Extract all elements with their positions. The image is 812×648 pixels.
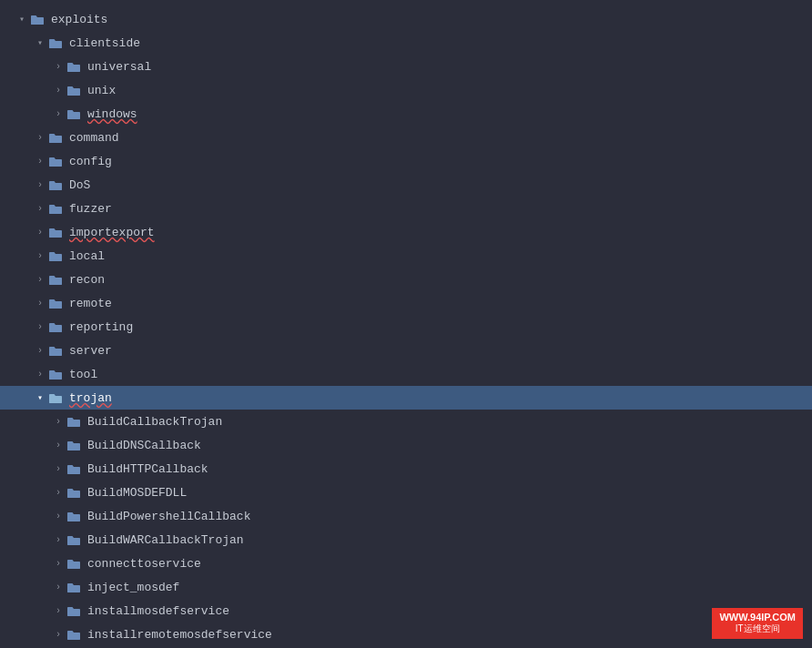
- chevron-icon[interactable]: [51, 438, 66, 452]
- folder-icon: [66, 462, 82, 475]
- tree-item-trojan[interactable]: trojan: [0, 386, 812, 410]
- item-label: BuildWARCallbackTrojan: [87, 533, 244, 547]
- item-label: fuzzer: [69, 202, 112, 216]
- chevron-icon[interactable]: [51, 59, 66, 74]
- tree-item-universal[interactable]: universal: [0, 55, 812, 78]
- chevron-icon[interactable]: [51, 414, 66, 429]
- folder-icon: [47, 344, 64, 357]
- tree-item-windows[interactable]: windows: [0, 102, 812, 126]
- item-label: inject_mosdef: [87, 581, 179, 594]
- item-label: local: [69, 249, 105, 263]
- tree-item-installmosdefservice[interactable]: installmosdefservice: [0, 599, 812, 623]
- chevron-icon[interactable]: [33, 177, 47, 192]
- watermark-url: WWW.94IP.COM: [719, 612, 796, 623]
- tree-item-local[interactable]: local: [0, 244, 812, 268]
- tree-item-BuildCallbackTrojan[interactable]: BuildCallbackTrojan: [0, 410, 812, 433]
- chevron-icon[interactable]: [51, 532, 66, 547]
- chevron-icon[interactable]: [51, 580, 66, 594]
- tree-item-connecttoservice[interactable]: connecttoservice: [0, 552, 812, 575]
- chevron-icon[interactable]: [33, 154, 47, 168]
- chevron-icon[interactable]: [15, 12, 29, 26]
- tree-item-BuildHTTPCallback[interactable]: BuildHTTPCallback: [0, 457, 812, 481]
- folder-icon: [66, 604, 82, 617]
- item-label: BuildCallbackTrojan: [87, 415, 222, 429]
- item-label: BuildDNSCallback: [87, 439, 201, 452]
- folder-icon: [47, 320, 64, 333]
- chevron-icon[interactable]: [51, 509, 66, 523]
- chevron-icon[interactable]: [33, 390, 47, 405]
- chevron-icon[interactable]: [51, 556, 66, 571]
- folder-icon: [66, 439, 82, 451]
- item-label: exploits: [51, 13, 107, 26]
- item-label: recon: [69, 273, 105, 287]
- item-label: BuildPowershellCallback: [87, 510, 250, 523]
- folder-icon: [66, 486, 82, 499]
- folder-icon: [47, 131, 64, 144]
- item-label: tool: [69, 368, 97, 381]
- chevron-icon[interactable]: [33, 343, 47, 358]
- folder-icon: [47, 391, 64, 404]
- item-label: windows: [87, 107, 137, 121]
- item-label: BuildHTTPCallback: [87, 462, 208, 476]
- chevron-icon[interactable]: [33, 367, 47, 381]
- chevron-icon[interactable]: [33, 272, 47, 287]
- chevron-icon[interactable]: [51, 627, 66, 642]
- watermark: WWW.94IP.COM IT运维空间: [712, 608, 803, 639]
- chevron-icon[interactable]: [33, 296, 47, 310]
- tree-item-BuildPowershellCallback[interactable]: BuildPowershellCallback: [0, 504, 812, 528]
- folder-icon: [66, 60, 82, 73]
- folder-icon: [66, 581, 82, 593]
- tree-item-BuildMOSDEFDLL[interactable]: BuildMOSDEFDLL: [0, 481, 812, 504]
- chevron-icon[interactable]: [33, 319, 47, 334]
- tree-item-recon[interactable]: recon: [0, 268, 812, 291]
- folder-icon: [47, 368, 64, 380]
- tree-item-installremotemoservice[interactable]: installremotemosdefservice: [0, 623, 812, 646]
- chevron-icon[interactable]: [51, 83, 66, 97]
- tree-item-unix[interactable]: unix: [0, 78, 812, 102]
- item-label: DoS: [69, 178, 90, 192]
- chevron-icon[interactable]: [51, 603, 66, 618]
- chevron-icon[interactable]: [33, 130, 47, 145]
- tree-item-exploits[interactable]: exploits: [0, 7, 812, 31]
- item-label: server: [69, 344, 112, 358]
- item-label: remote: [69, 297, 112, 310]
- tree-item-server[interactable]: server: [0, 339, 812, 362]
- folder-icon: [47, 202, 64, 215]
- item-label: installremotemosdefservice: [87, 628, 272, 642]
- item-label: clientside: [69, 36, 140, 50]
- tree-item-command[interactable]: command: [0, 126, 812, 149]
- watermark-label: IT运维空间: [719, 623, 796, 635]
- folder-icon: [47, 273, 64, 286]
- chevron-icon[interactable]: [33, 248, 47, 263]
- tree-item-tool[interactable]: tool: [0, 362, 812, 386]
- item-label: command: [69, 131, 119, 145]
- tree-item-remote[interactable]: remote: [0, 291, 812, 315]
- folder-icon: [66, 510, 82, 522]
- chevron-icon[interactable]: [51, 485, 66, 500]
- item-label: BuildMOSDEFDLL: [87, 486, 187, 500]
- chevron-icon[interactable]: [51, 106, 66, 121]
- folder-icon: [47, 297, 64, 309]
- tree-item-config[interactable]: config: [0, 149, 812, 173]
- chevron-icon[interactable]: [33, 35, 47, 50]
- tree-item-BuildDNSCallback[interactable]: BuildDNSCallback: [0, 433, 812, 457]
- tree-item-inject_mosdef[interactable]: inject_mosdef: [0, 575, 812, 599]
- chevron-icon[interactable]: [33, 225, 47, 239]
- item-label: installmosdefservice: [87, 604, 229, 618]
- chevron-icon[interactable]: [51, 461, 66, 476]
- tree-item-fuzzer[interactable]: fuzzer: [0, 197, 812, 220]
- item-label: trojan: [69, 391, 112, 405]
- tree-item-importexport[interactable]: importexport: [0, 220, 812, 244]
- tree-item-DoS[interactable]: DoS: [0, 173, 812, 197]
- item-label: connecttoservice: [87, 557, 201, 571]
- tree-item-BuildWARCallbackTrojan[interactable]: BuildWARCallbackTrojan: [0, 528, 812, 552]
- chevron-icon[interactable]: [33, 201, 47, 216]
- folder-icon: [66, 107, 82, 120]
- file-tree[interactable]: exploits clientside universal unix windo…: [0, 0, 812, 648]
- folder-icon: [66, 415, 82, 428]
- tree-item-reporting[interactable]: reporting: [0, 315, 812, 339]
- folder-icon: [66, 84, 82, 96]
- item-label: universal: [87, 60, 151, 74]
- tree-item-clientside[interactable]: clientside: [0, 31, 812, 55]
- folder-icon: [47, 155, 64, 167]
